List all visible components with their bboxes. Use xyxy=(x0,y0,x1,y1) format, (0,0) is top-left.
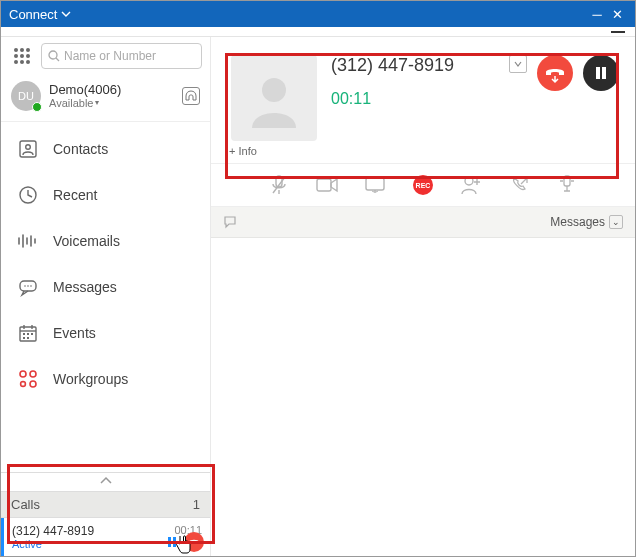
nav-label: Workgroups xyxy=(53,371,128,387)
messages-label: Messages xyxy=(550,215,605,229)
sidebar: DU Demo(4006) Available▾ Contacts Recent xyxy=(1,37,211,556)
svg-point-45 xyxy=(374,190,376,192)
add-participant-button[interactable] xyxy=(460,174,482,196)
hold-button[interactable] xyxy=(583,55,619,91)
dialpad-button[interactable] xyxy=(9,43,35,69)
calls-panel: Calls 1 (312) 447-8919 00:11 Active xyxy=(1,472,210,556)
video-button[interactable] xyxy=(316,174,338,196)
collapse-handle-icon[interactable] xyxy=(611,31,625,33)
svg-point-0 xyxy=(14,48,18,52)
caller-number: (312) 447-8919 xyxy=(331,55,454,76)
screenshare-button[interactable] xyxy=(364,174,386,196)
svg-point-20 xyxy=(24,285,26,287)
nav-messages[interactable]: Messages xyxy=(1,264,210,310)
user-status[interactable]: Available▾ xyxy=(49,97,174,109)
clock-icon xyxy=(17,184,39,206)
nav-label: Messages xyxy=(53,279,117,295)
svg-point-9 xyxy=(49,51,57,59)
nav-label: Recent xyxy=(53,187,97,203)
nav-events[interactable]: Events xyxy=(1,310,210,356)
messages-icon xyxy=(17,276,39,298)
call-item-number: (312) 447-8919 xyxy=(12,524,94,538)
calendar-icon xyxy=(17,322,39,344)
svg-line-10 xyxy=(56,58,59,61)
svg-rect-27 xyxy=(23,333,25,335)
svg-rect-44 xyxy=(366,178,384,190)
svg-point-2 xyxy=(26,48,30,52)
svg-point-35 xyxy=(30,381,36,387)
svg-point-1 xyxy=(20,48,24,52)
main-panel: (312) 447-8919 00:11 + Info REC xyxy=(211,37,635,556)
svg-point-38 xyxy=(262,78,286,102)
svg-rect-43 xyxy=(317,179,331,191)
svg-rect-40 xyxy=(602,67,606,79)
svg-point-33 xyxy=(30,371,36,377)
svg-point-22 xyxy=(30,285,32,287)
transfer-button[interactable] xyxy=(508,174,530,196)
nav-label: Events xyxy=(53,325,96,341)
svg-point-7 xyxy=(20,60,24,64)
svg-rect-47 xyxy=(564,176,570,186)
svg-rect-28 xyxy=(27,333,29,335)
calls-header[interactable]: Calls 1 xyxy=(1,491,210,518)
svg-rect-37 xyxy=(173,537,176,547)
messages-strip: Messages ⌄ xyxy=(211,207,635,238)
record-button[interactable]: REC xyxy=(412,174,434,196)
svg-rect-39 xyxy=(596,67,600,79)
chevron-down-icon: ⌄ xyxy=(609,215,623,229)
window-titlebar: Connect ─ ✕ xyxy=(1,1,635,27)
caller-avatar xyxy=(231,55,317,141)
user-name: Demo(4006) xyxy=(49,83,174,97)
svg-point-21 xyxy=(27,285,29,287)
pause-icon xyxy=(593,65,609,81)
chevron-down-icon[interactable] xyxy=(61,9,71,19)
voicemail-quick-icon[interactable] xyxy=(182,87,200,105)
search-input[interactable] xyxy=(64,49,195,63)
nav-contacts[interactable]: Contacts xyxy=(1,126,210,172)
messages-dropdown[interactable]: Messages ⌄ xyxy=(550,215,623,229)
svg-point-8 xyxy=(26,60,30,64)
svg-point-32 xyxy=(20,371,26,377)
nav-label: Voicemails xyxy=(53,233,120,249)
svg-rect-36 xyxy=(168,537,171,547)
mini-hold-button[interactable] xyxy=(162,532,182,552)
svg-point-12 xyxy=(26,145,31,150)
nav-voicemails[interactable]: Voicemails xyxy=(1,218,210,264)
search-box[interactable] xyxy=(41,43,202,69)
close-button[interactable]: ✕ xyxy=(607,7,627,22)
calls-collapse-toggle[interactable] xyxy=(1,473,210,491)
user-avatar: DU xyxy=(11,81,41,111)
info-expand[interactable]: + Info xyxy=(211,145,635,163)
svg-rect-29 xyxy=(31,333,33,335)
svg-rect-31 xyxy=(27,337,29,339)
minimize-button[interactable]: ─ xyxy=(587,7,607,22)
sub-toolbar xyxy=(1,27,635,37)
mini-hangup-button[interactable] xyxy=(184,532,204,552)
hangup-button[interactable] xyxy=(537,55,573,91)
svg-point-46 xyxy=(465,177,473,185)
call-list-item[interactable]: (312) 447-8919 00:11 Active xyxy=(1,518,210,556)
contacts-icon xyxy=(17,138,39,160)
call-timer: 00:11 xyxy=(331,90,495,108)
active-call-card: (312) 447-8919 00:11 xyxy=(211,37,635,145)
comment-icon[interactable] xyxy=(223,215,237,229)
call-options-dropdown[interactable] xyxy=(509,55,527,73)
nav-list: Contacts Recent Voicemails Messages Even… xyxy=(1,122,210,406)
mute-button[interactable] xyxy=(268,174,290,196)
svg-point-6 xyxy=(14,60,18,64)
nav-recent[interactable]: Recent xyxy=(1,172,210,218)
user-initials: DU xyxy=(18,90,34,102)
svg-point-5 xyxy=(26,54,30,58)
calls-count: 1 xyxy=(193,497,200,512)
nav-label: Contacts xyxy=(53,141,108,157)
record-icon: REC xyxy=(413,175,433,195)
svg-rect-30 xyxy=(23,337,25,339)
svg-point-4 xyxy=(20,54,24,58)
nav-workgroups[interactable]: Workgroups xyxy=(1,356,210,402)
chevron-up-icon xyxy=(99,476,113,486)
current-user[interactable]: DU Demo(4006) Available▾ xyxy=(1,75,210,122)
workgroups-icon xyxy=(17,368,39,390)
park-button[interactable] xyxy=(556,174,578,196)
app-title: Connect xyxy=(9,7,57,22)
calls-header-label: Calls xyxy=(11,497,40,512)
